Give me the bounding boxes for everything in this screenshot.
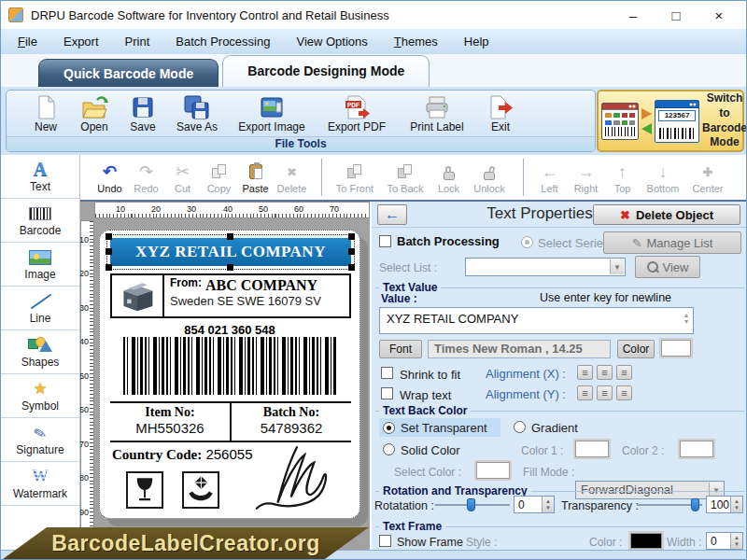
spinner-arrows-icon[interactable]: ▲▼ <box>542 497 554 512</box>
save-button[interactable]: Save <box>119 94 167 133</box>
selection-handle[interactable] <box>106 233 112 240</box>
newline-hint: Use enter key for newline <box>540 291 671 304</box>
switch-to-barcode-mode-button[interactable]: 123567 Switch to Barcode Mode <box>597 90 744 152</box>
signature-graphic[interactable] <box>251 441 350 516</box>
text-color-button[interactable]: Color <box>617 340 655 358</box>
ruler-mark: 10 <box>80 235 89 245</box>
selection-handle[interactable] <box>348 248 355 255</box>
sidebar-item-text[interactable]: AText <box>1 155 79 199</box>
text-back-color-section: Text Back Color <box>375 411 744 412</box>
item-batch-block[interactable]: Item No: MH550326 Batch No: 54789362 <box>110 401 351 442</box>
menu-print[interactable]: Print <box>112 35 163 49</box>
color2-swatch <box>680 441 713 457</box>
batch-no-value: 54789362 <box>232 420 351 436</box>
open-button[interactable]: Open <box>70 94 119 133</box>
tab-barcode-designing-mode[interactable]: Barcode Designing Mode <box>222 55 430 87</box>
new-button[interactable]: New <box>21 94 70 133</box>
color1-swatch <box>575 441 609 457</box>
print-label-button[interactable]: Print Label <box>397 94 477 133</box>
sidebar-item-signature[interactable]: ✎Signature <box>1 418 79 462</box>
spinner-arrows-icon: ▲▼ <box>730 533 742 549</box>
app-window: DRPU Barcode Software for Inventory Cont… <box>0 0 747 560</box>
align-y-top-button[interactable]: ≡ <box>577 385 593 400</box>
save-as-button[interactable]: Save As <box>167 94 227 133</box>
menu-batch-processing[interactable]: Batch Processing <box>162 35 283 49</box>
label-company-text-object[interactable]: XYZ RETAIL COMPANY <box>110 238 351 266</box>
to-front-button: To Front <box>331 161 378 194</box>
sidebar-item-watermark[interactable]: WWatermark <box>1 462 79 506</box>
window-title: DRPU Barcode Software for Inventory Cont… <box>31 8 389 22</box>
delete-x-icon: ✖ <box>620 208 630 222</box>
set-transparent-option[interactable]: Set Transparent <box>379 418 500 437</box>
menu-export[interactable]: Export <box>50 35 112 49</box>
text-value-input[interactable]: XYZ RETAIL COMPANY <box>379 307 694 334</box>
align-x-right-button[interactable]: ≡ <box>616 365 632 380</box>
handle-with-care-symbol[interactable] <box>182 471 219 509</box>
shrink-to-fit-checkbox[interactable] <box>381 367 393 379</box>
ruler-mark: 60 <box>80 405 89 414</box>
export-pdf-button[interactable]: PDF Export PDF <box>317 94 397 133</box>
sidebar-item-line[interactable]: Line <box>1 287 79 330</box>
rotation-spinner[interactable]: 0 ▲▼ <box>514 496 555 513</box>
label-from-block[interactable]: From:ABC COMPANY Sweden SE SWE 16079 SV <box>110 273 351 318</box>
sidebar-item-barcode[interactable]: Barcode <box>1 199 79 243</box>
menu-help[interactable]: Help <box>451 35 502 49</box>
selection-handle[interactable] <box>106 264 112 271</box>
ruler-mark: 30 <box>187 204 196 214</box>
tab-quick-barcode-mode[interactable]: Quick Barcode Mode <box>38 59 218 87</box>
back-button[interactable]: ← <box>377 204 407 225</box>
barcode-tool-icon <box>29 207 51 220</box>
sidebar-item-image[interactable]: Image <box>1 243 79 287</box>
transparency-slider[interactable] <box>637 497 702 511</box>
selection-handle[interactable] <box>106 248 112 255</box>
textarea-scroll-icon[interactable]: ▴▾ <box>684 312 688 325</box>
batch-processing-checkbox[interactable] <box>379 235 391 247</box>
exit-button[interactable]: Exit <box>477 94 524 133</box>
paste-button[interactable]: Paste <box>239 161 272 194</box>
maximize-button[interactable]: □ <box>655 7 698 23</box>
align-y-bottom-button[interactable]: ≡ <box>616 385 632 400</box>
align-y-middle-button[interactable]: ≡ <box>597 385 613 400</box>
selection-handle[interactable] <box>227 264 233 271</box>
export-image-button[interactable]: Export Image <box>227 94 317 133</box>
menu-file[interactable]: File <box>5 35 50 49</box>
design-canvas[interactable]: 10 20 30 40 50 60 70 10 20 30 40 50 60 7… <box>80 202 370 550</box>
wrap-text-checkbox[interactable] <box>381 387 393 399</box>
barcode-image[interactable] <box>123 337 338 395</box>
alignment-x-label: Alignment (X) : <box>486 367 566 381</box>
transparency-spinner[interactable]: 100 ▲▼ <box>706 496 743 513</box>
menu-themes[interactable]: Themes <box>381 35 451 49</box>
text-color-swatch[interactable] <box>661 340 691 357</box>
frame-color-label: Color : <box>589 536 622 549</box>
align-x-left-button[interactable]: ≡ <box>577 365 593 380</box>
spinner-arrows-icon[interactable]: ▲▼ <box>730 497 742 512</box>
from-address: Sweden SE SWE 16079 SV <box>170 295 345 309</box>
selection-handle[interactable] <box>227 233 233 240</box>
fragile-symbol[interactable] <box>126 471 163 509</box>
close-button[interactable]: × <box>698 7 740 23</box>
mode-tabs: Quick Barcode Mode Barcode Designing Mod… <box>1 54 747 87</box>
selection-handle[interactable] <box>348 264 355 271</box>
transparency-slider-thumb[interactable] <box>691 498 699 511</box>
sidebar-item-shapes[interactable]: Shapes <box>1 330 79 374</box>
label-preview[interactable]: XYZ RETAIL COMPANY <box>99 230 360 519</box>
sidebar-item-symbol[interactable]: ★Symbol <box>1 374 79 418</box>
file-toolbar: New Open Save Save As Export Image <box>1 87 747 155</box>
country-code-block[interactable]: Country Code: 256055 <box>112 446 252 463</box>
menu-view-options[interactable]: View Options <box>283 35 380 49</box>
gradient-radio[interactable] <box>514 421 526 433</box>
show-frame-checkbox[interactable] <box>379 535 391 547</box>
rotation-slider[interactable] <box>435 497 510 511</box>
minimize-button[interactable]: – <box>612 7 655 23</box>
new-label: New <box>35 120 57 133</box>
selection-handle[interactable] <box>348 233 355 240</box>
unlock-icon <box>484 172 495 180</box>
align-x-center-button[interactable]: ≡ <box>597 365 613 380</box>
rotation-slider-thumb[interactable] <box>467 498 475 511</box>
delete-object-button[interactable]: ✖ Delete Object <box>593 204 740 225</box>
hands-box-icon <box>187 476 215 504</box>
solid-color-radio[interactable] <box>383 443 395 455</box>
undo-button[interactable]: ↶Undo <box>93 161 126 194</box>
font-button[interactable]: Font <box>379 340 422 358</box>
set-transparent-radio[interactable] <box>383 422 395 434</box>
